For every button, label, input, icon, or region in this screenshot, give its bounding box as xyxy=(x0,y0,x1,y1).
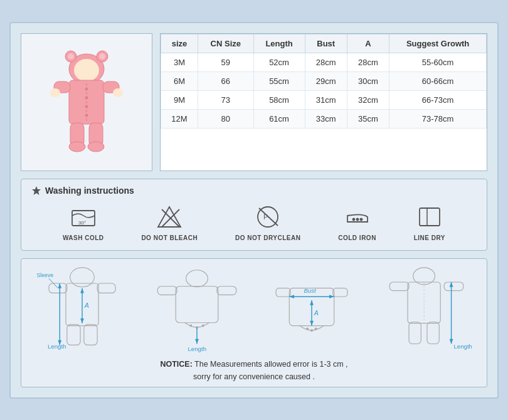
svg-point-10 xyxy=(113,88,123,97)
svg-rect-32 xyxy=(420,208,440,226)
table-cell: 73-78cm xyxy=(389,109,487,128)
table-cell: 6M xyxy=(161,71,198,90)
svg-point-14 xyxy=(88,142,104,152)
svg-point-18 xyxy=(85,105,88,108)
table-cell: 35cm xyxy=(347,109,389,128)
size-table-header-cell: Bust xyxy=(305,34,347,53)
wash-cold-icon: 30° xyxy=(68,203,98,231)
svg-text:Sleeve: Sleeve xyxy=(36,272,53,278)
notice-line2: sorry for any convenience caused . xyxy=(193,372,315,381)
size-table-header-cell: Length xyxy=(253,34,305,53)
cold-iron-icon xyxy=(342,203,373,231)
svg-point-29 xyxy=(352,218,354,220)
svg-rect-75 xyxy=(389,282,409,291)
table-cell: 29cm xyxy=(305,71,347,90)
svg-marker-58 xyxy=(195,339,199,344)
svg-rect-51 xyxy=(157,286,177,295)
svg-marker-71 xyxy=(310,300,314,305)
svg-point-5 xyxy=(74,59,99,81)
line-dry-icon xyxy=(415,203,445,231)
table-row: 12M8061cm33cm35cm73-78cm xyxy=(161,109,487,128)
top-section: sizeCN SizeLengthBustASuggest Growth 3M5… xyxy=(21,33,487,171)
cold-iron-item: COLD IRON xyxy=(338,203,376,241)
svg-rect-37 xyxy=(66,324,80,345)
no-bleach-label: DO NOT BLEACH xyxy=(141,234,198,241)
line-dry-item: LINE DRY xyxy=(414,203,445,241)
notice-prefix: NOTICE: xyxy=(160,360,192,369)
svg-point-39 xyxy=(70,267,94,286)
washing-title-text: Washing instructions xyxy=(45,186,134,196)
svg-point-13 xyxy=(69,142,85,152)
svg-rect-36 xyxy=(97,283,115,292)
svg-rect-52 xyxy=(216,286,236,295)
svg-rect-77 xyxy=(409,322,421,344)
line-dry-label: LINE DRY xyxy=(414,234,445,241)
svg-rect-74 xyxy=(408,282,440,323)
no-dryclean-item: P DO NOT DRYCLEAN xyxy=(235,203,300,241)
cold-iron-label: COLD IRON xyxy=(338,234,376,241)
svg-text:A: A xyxy=(313,309,318,317)
svg-point-9 xyxy=(50,88,60,97)
svg-text:Length: Length xyxy=(47,343,66,350)
table-cell: 33cm xyxy=(305,109,347,128)
svg-rect-78 xyxy=(426,322,438,344)
table-cell: 12M xyxy=(161,109,198,128)
svg-rect-50 xyxy=(176,286,218,322)
diagram-2: Length xyxy=(150,265,244,353)
no-bleach-icon xyxy=(154,203,184,231)
table-cell: 73 xyxy=(198,90,254,109)
svg-marker-20 xyxy=(32,186,41,195)
svg-rect-38 xyxy=(83,324,97,345)
table-row: 3M5952cm28cm28cm55-60cm xyxy=(161,53,487,71)
svg-point-63 xyxy=(306,327,309,330)
svg-point-55 xyxy=(201,324,204,327)
table-row: 9M7358cm31cm32cm66-73cm xyxy=(161,90,487,109)
table-cell: 55cm xyxy=(253,71,305,90)
romper-illustration xyxy=(36,43,137,162)
table-cell: 32cm xyxy=(347,90,389,109)
notice-line1: The Measurements allowed error is 1-3 cm… xyxy=(194,360,348,369)
table-cell: 58cm xyxy=(253,90,305,109)
svg-point-65 xyxy=(314,327,317,330)
table-cell: 60-66cm xyxy=(389,71,487,90)
svg-point-30 xyxy=(356,218,358,220)
svg-point-3 xyxy=(68,53,74,60)
svg-marker-83 xyxy=(449,339,453,344)
size-table-wrapper: sizeCN SizeLengthBustASuggest Growth 3M5… xyxy=(160,33,487,171)
washing-icons-row: 30° WASH COLD DO NOT BLEACH xyxy=(31,203,477,241)
product-image xyxy=(21,33,152,171)
washing-title: Washing instructions xyxy=(31,186,477,196)
table-cell: 9M xyxy=(161,90,198,109)
table-cell: 52cm xyxy=(253,53,305,71)
table-cell: 66-73cm xyxy=(389,90,487,109)
svg-point-4 xyxy=(99,53,105,60)
diagrams-row: A Length Sleeve xyxy=(28,265,480,353)
svg-rect-76 xyxy=(444,282,463,291)
no-dryclean-label: DO NOT DRYCLEAN xyxy=(235,234,300,241)
svg-point-64 xyxy=(310,329,313,332)
svg-point-56 xyxy=(186,270,208,286)
svg-point-31 xyxy=(360,218,362,220)
size-table-header-cell: size xyxy=(161,34,198,53)
diagram-1: A Length Sleeve xyxy=(35,265,129,353)
diagram-3: Bust A xyxy=(265,265,359,353)
wash-cold-label: WASH COLD xyxy=(63,234,104,241)
table-cell: 80 xyxy=(198,109,254,128)
svg-marker-82 xyxy=(449,282,453,287)
svg-point-16 xyxy=(85,87,88,90)
svg-marker-42 xyxy=(80,318,84,323)
svg-marker-41 xyxy=(80,288,84,293)
svg-point-19 xyxy=(85,113,88,117)
size-table: sizeCN SizeLengthBustASuggest Growth 3M5… xyxy=(161,34,487,129)
size-table-header-cell: Suggest Growth xyxy=(389,34,487,53)
wash-cold-item: 30° WASH COLD xyxy=(63,203,104,241)
table-cell: 59 xyxy=(198,53,254,71)
washing-section: Washing instructions 30° WASH COLD xyxy=(21,179,487,251)
star-icon xyxy=(31,186,41,196)
svg-text:A: A xyxy=(83,301,88,308)
table-cell: 3M xyxy=(161,53,198,71)
svg-marker-72 xyxy=(310,320,314,325)
table-cell: 31cm xyxy=(305,90,347,109)
table-cell: 61cm xyxy=(253,109,305,128)
svg-point-17 xyxy=(85,96,88,99)
